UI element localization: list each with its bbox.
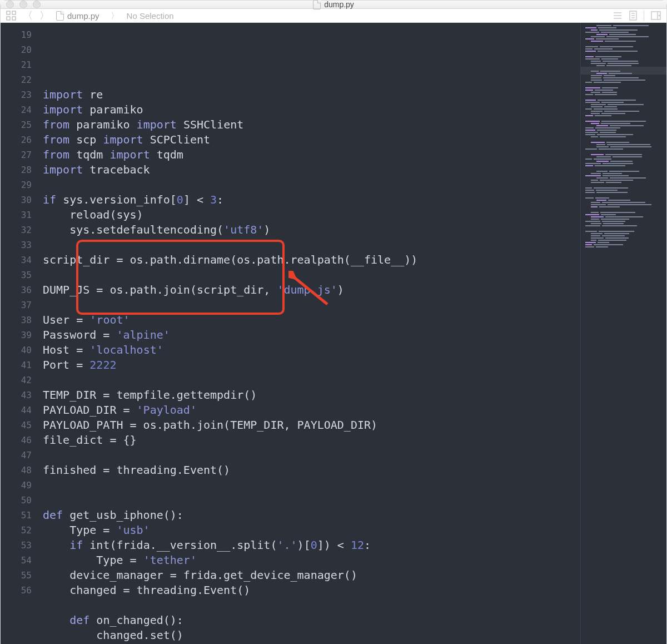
minimize-icon[interactable] (19, 1, 27, 8)
line-number: 44 (1, 403, 32, 418)
code-line[interactable]: Host = 'localhost' (43, 343, 580, 358)
line-number: 27 (1, 147, 32, 162)
code-line[interactable]: Type = 'usb' (43, 523, 580, 538)
window-title-text: dump.py (324, 0, 354, 9)
line-number: 35 (1, 267, 32, 283)
code-line[interactable]: finished = threading.Event() (43, 463, 580, 478)
code-line[interactable]: Port = 2222 (43, 358, 580, 373)
line-number: 52 (1, 523, 32, 538)
code-line[interactable]: changed = threading.Event() (43, 583, 580, 598)
titlebar[interactable]: dump.py (1, 1, 666, 9)
zoom-icon[interactable] (33, 1, 41, 8)
code-line[interactable]: TEMP_DIR = tempfile.gettempdir() (43, 388, 580, 403)
code-line[interactable] (43, 598, 580, 613)
line-number: 50 (1, 493, 32, 508)
code-line[interactable]: def get_usb_iphone(): (43, 508, 580, 523)
code-line[interactable]: import re (43, 87, 580, 102)
forward-button[interactable]: 〉 (39, 9, 49, 22)
line-number: 32 (1, 222, 32, 237)
editor[interactable]: 1920212223242526272829303132333435363738… (1, 23, 666, 644)
line-number: 22 (1, 72, 32, 87)
line-number: 20 (1, 42, 32, 57)
line-number: 19 (1, 27, 32, 42)
traffic-lights (6, 1, 41, 8)
line-number: 43 (1, 388, 32, 403)
editor-window: dump.py 〈 〉 dump.py 〉 No Selection (0, 0, 667, 644)
line-number: 54 (1, 553, 32, 568)
code-line[interactable]: reload(sys) (43, 207, 580, 222)
code-line[interactable]: from scp import SCPClient (43, 132, 580, 147)
code-line[interactable]: def on_changed(): (43, 613, 580, 628)
code-line[interactable]: sys.setdefaultencoding('utf8') (43, 222, 580, 237)
back-button[interactable]: 〈 (23, 9, 33, 22)
line-number: 42 (1, 373, 32, 388)
code-line[interactable] (43, 493, 580, 508)
line-number: 21 (1, 57, 32, 72)
code-line[interactable] (43, 373, 580, 388)
line-view-icon[interactable] (613, 11, 623, 21)
code-line[interactable]: PAYLOAD_DIR = 'Payload' (43, 403, 580, 418)
code-line[interactable]: PAYLOAD_PATH = os.path.join(TEMP_DIR, PA… (43, 418, 580, 433)
code-line[interactable] (43, 267, 580, 283)
file-icon (313, 0, 321, 9)
line-number: 33 (1, 237, 32, 252)
code-line[interactable]: import traceback (43, 162, 580, 177)
svg-rect-2 (7, 17, 10, 20)
code-line[interactable]: file_dict = {} (43, 433, 580, 448)
line-number: 55 (1, 568, 32, 583)
window-title: dump.py (313, 0, 354, 9)
minimap[interactable] (580, 23, 666, 644)
line-number: 39 (1, 328, 32, 343)
line-number: 29 (1, 177, 32, 192)
line-number: 41 (1, 358, 32, 373)
related-items-icon[interactable] (6, 11, 16, 21)
line-number: 23 (1, 87, 32, 102)
svg-rect-1 (12, 11, 16, 14)
code-line[interactable] (43, 237, 580, 252)
line-number: 31 (1, 207, 32, 222)
file-icon (56, 11, 64, 21)
add-editor-icon[interactable] (651, 11, 661, 21)
line-number: 38 (1, 313, 32, 328)
line-number: 51 (1, 508, 32, 523)
breadcrumb-file[interactable]: dump.py (56, 11, 99, 21)
line-number: 40 (1, 343, 32, 358)
code-line[interactable]: Type = 'tether' (43, 553, 580, 568)
line-number: 37 (1, 298, 32, 313)
line-number: 48 (1, 463, 32, 478)
breadcrumb-selection[interactable]: No Selection (127, 11, 174, 21)
line-number: 45 (1, 418, 32, 433)
code-line[interactable] (43, 177, 580, 192)
jump-bar: 〈 〉 dump.py 〉 No Selection (1, 9, 666, 23)
line-number: 25 (1, 117, 32, 132)
breadcrumb-file-label: dump.py (67, 11, 99, 21)
code-line[interactable] (43, 478, 580, 493)
line-number: 56 (1, 583, 32, 598)
code-line[interactable]: Password = 'alpine' (43, 328, 580, 343)
close-icon[interactable] (6, 1, 14, 8)
line-number: 26 (1, 132, 32, 147)
adjust-icon[interactable] (629, 11, 637, 21)
code-line[interactable]: script_dir = os.path.dirname(os.path.rea… (43, 252, 580, 267)
code-line[interactable]: device_manager = frida.get_device_manage… (43, 568, 580, 583)
code-line[interactable]: import paramiko (43, 102, 580, 117)
line-number: 30 (1, 192, 32, 207)
code-line[interactable]: if sys.version_info[0] < 3: (43, 192, 580, 207)
code-line[interactable]: if int(frida.__version__.split('.')[0]) … (43, 538, 580, 553)
code-line[interactable] (43, 448, 580, 463)
code-area[interactable]: import reimport paramikofrom paramiko im… (38, 23, 580, 644)
code-line[interactable]: User = 'root' (43, 313, 580, 328)
code-line[interactable]: DUMP_JS = os.path.join(script_dir, 'dump… (43, 283, 580, 298)
line-number: 34 (1, 252, 32, 267)
line-number: 36 (1, 283, 32, 298)
separator (644, 11, 644, 21)
chevron-right-icon: 〉 (111, 11, 119, 21)
line-number: 47 (1, 448, 32, 463)
code-line[interactable]: changed.set() (43, 628, 580, 643)
code-line[interactable]: from tqdm import tqdm (43, 147, 580, 162)
line-gutter: 1920212223242526272829303132333435363738… (1, 23, 38, 644)
line-number: 53 (1, 538, 32, 553)
code-line[interactable] (43, 298, 580, 313)
code-line[interactable]: from paramiko import SSHClient (43, 117, 580, 132)
line-number: 46 (1, 433, 32, 448)
